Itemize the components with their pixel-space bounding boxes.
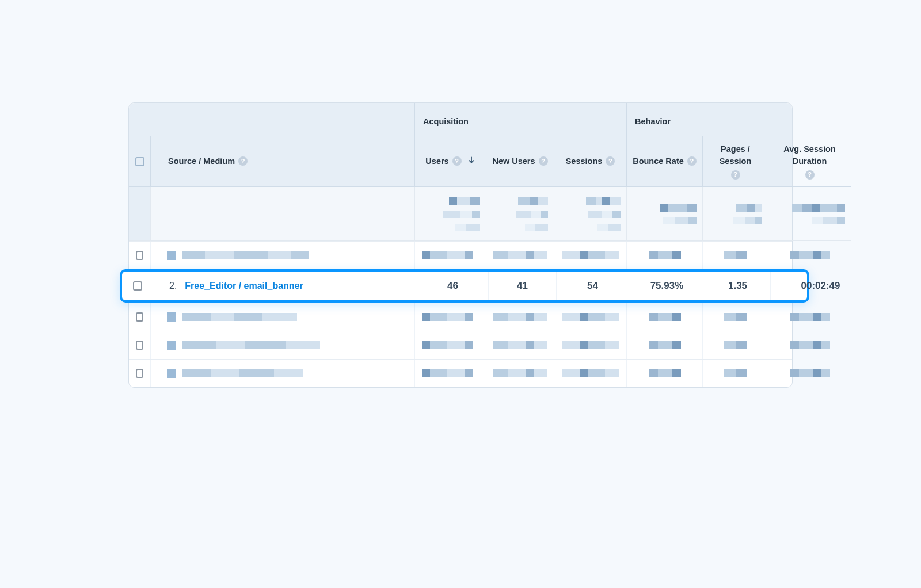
header-sessions-label: Sessions — [566, 155, 603, 167]
row-bounce — [627, 242, 703, 269]
row-users: 46 — [417, 272, 489, 300]
header-users[interactable]: Users ? — [415, 136, 486, 187]
summary-bounce — [627, 187, 703, 241]
row-checkbox[interactable] — [136, 312, 143, 322]
row-checkbox[interactable] — [133, 281, 142, 291]
row-users — [415, 242, 486, 269]
header-pages-session[interactable]: Pages / Session ? — [703, 136, 768, 187]
table-header-groups: Acquisition Behavior — [129, 103, 792, 136]
row-index: 2. — [169, 281, 177, 291]
summary-pages — [703, 187, 768, 241]
table-row-highlighted: 2. Free_Editor / email_banner 46 41 54 7… — [120, 269, 809, 303]
table-row — [129, 331, 792, 359]
header-avg-session[interactable]: Avg. Session Duration ? — [768, 136, 851, 187]
row-new-users — [486, 242, 554, 269]
header-dimension-cell[interactable]: Source / Medium ? — [151, 136, 415, 187]
header-group-acquisition: Acquisition — [415, 103, 627, 136]
table-summary-row — [129, 187, 792, 241]
help-icon[interactable]: ? — [687, 156, 697, 166]
row-new-users: 41 — [489, 272, 557, 300]
header-new-users[interactable]: New Users ? — [486, 136, 554, 187]
help-icon[interactable]: ? — [539, 156, 548, 166]
header-bounce-rate-label: Bounce Rate — [633, 155, 684, 167]
summary-new-users — [486, 187, 554, 241]
table-header-columns: Source / Medium ? Users ? New Users ? Se… — [129, 136, 792, 187]
row-duration — [768, 242, 851, 269]
header-group-acquisition-label: Acquisition — [423, 117, 469, 126]
header-new-users-label: New Users — [492, 155, 535, 167]
help-icon[interactable]: ? — [606, 156, 615, 166]
header-dimension-span — [129, 103, 415, 136]
summary-dimension — [151, 187, 415, 241]
row-bounce-rate: 75.93% — [629, 272, 705, 300]
header-group-behavior: Behavior — [627, 103, 851, 136]
source-medium-link[interactable]: Free_Editor / email_banner — [185, 281, 303, 291]
table-row — [129, 241, 792, 269]
header-sessions[interactable]: Sessions ? — [554, 136, 627, 187]
header-dimension-label: Source / Medium — [168, 155, 235, 167]
row-sessions — [554, 242, 627, 269]
row-checkbox[interactable] — [136, 341, 143, 350]
row-avg-session: 00:02:49 — [771, 272, 870, 300]
summary-duration — [768, 187, 851, 241]
row-sessions: 54 — [557, 272, 629, 300]
summary-sessions — [554, 187, 627, 241]
table-row — [129, 303, 792, 331]
row-dimension[interactable]: 2. Free_Editor / email_banner — [153, 272, 417, 300]
analytics-table: Acquisition Behavior Source / Medium ? U… — [128, 102, 793, 388]
row-dimension — [151, 242, 415, 269]
row-pages — [703, 242, 768, 269]
row-checkbox[interactable] — [136, 369, 143, 378]
header-users-label: Users — [425, 155, 448, 167]
help-icon[interactable]: ? — [238, 156, 248, 166]
summary-users — [415, 187, 486, 241]
sort-descending-icon — [467, 155, 475, 167]
header-checkbox-cell — [129, 136, 151, 187]
help-icon[interactable]: ? — [731, 170, 740, 180]
help-icon[interactable]: ? — [452, 156, 462, 166]
header-group-behavior-label: Behavior — [635, 117, 671, 126]
header-avg-session-label: Avg. Session Duration — [773, 143, 846, 167]
summary-spacer — [129, 187, 151, 241]
row-checkbox[interactable] — [136, 251, 143, 260]
header-bounce-rate[interactable]: Bounce Rate ? — [627, 136, 703, 187]
row-pages-session: 1.35 — [705, 272, 771, 300]
select-all-checkbox[interactable] — [135, 157, 144, 166]
header-pages-session-label: Pages / Session — [707, 143, 763, 167]
help-icon[interactable]: ? — [805, 170, 815, 180]
table-row — [129, 359, 792, 387]
